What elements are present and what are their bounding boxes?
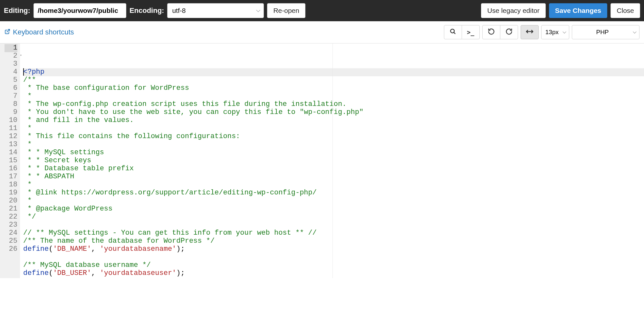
keyboard-shortcuts-label: Keyboard shortcuts bbox=[13, 28, 74, 36]
code-line[interactable]: * @package WordPress bbox=[23, 205, 644, 213]
line-number: 11 bbox=[5, 125, 17, 133]
redo-button[interactable] bbox=[500, 25, 518, 39]
keyboard-shortcuts-link[interactable]: Keyboard shortcuts bbox=[5, 28, 74, 36]
line-number: 10 bbox=[5, 117, 17, 125]
code-token: , bbox=[91, 245, 100, 253]
code-area[interactable]: <?php/** * The base configuration for Wo… bbox=[20, 43, 644, 278]
external-link-icon bbox=[5, 28, 10, 36]
print-margin bbox=[332, 43, 333, 278]
code-token: ( bbox=[49, 269, 53, 277]
reopen-button[interactable]: Re-open bbox=[267, 3, 305, 18]
code-line[interactable]: * You don't have to use the web site, yo… bbox=[23, 108, 644, 117]
code-token: * * MySQL settings bbox=[23, 148, 104, 156]
language-select[interactable]: PHP bbox=[572, 25, 639, 39]
code-line[interactable]: * This file contains the following confi… bbox=[23, 133, 644, 141]
code-line[interactable]: * * ABSPATH bbox=[23, 173, 644, 181]
line-number: 17 bbox=[5, 173, 17, 181]
line-number: 6 bbox=[5, 84, 17, 92]
code-line[interactable]: * * MySQL settings bbox=[23, 149, 644, 157]
code-line[interactable]: * The base configuration for WordPress bbox=[23, 84, 644, 92]
code-line[interactable]: * bbox=[23, 181, 644, 189]
line-number: 8 bbox=[5, 100, 17, 108]
code-token: * * Database table prefix bbox=[23, 164, 134, 173]
line-number: 22 bbox=[5, 213, 17, 221]
svg-line-0 bbox=[7, 29, 10, 32]
search-terminal-group: >_ bbox=[444, 25, 480, 39]
code-token: // ** MySQL settings - You can get this … bbox=[23, 229, 317, 237]
close-button[interactable]: Close bbox=[610, 3, 640, 18]
code-line[interactable]: * * Secret keys bbox=[23, 157, 644, 165]
code-token: 'yourdatabaseuser' bbox=[100, 269, 177, 277]
line-number: 19 bbox=[5, 189, 17, 197]
fontsize-select[interactable]: 13px bbox=[541, 25, 569, 39]
code-token: * The wp-config.php creation script uses… bbox=[23, 100, 346, 108]
code-line[interactable]: * and fill in the values. bbox=[23, 117, 644, 125]
horizontal-arrows-icon bbox=[526, 29, 533, 36]
code-line[interactable]: define('DB_NAME', 'yourdatabasename'); bbox=[23, 245, 644, 253]
code-line[interactable]: define('DB_USER', 'yourdatabaseuser'); bbox=[23, 269, 644, 277]
code-token: * @link https://wordpress.org/support/ar… bbox=[23, 189, 317, 197]
code-line[interactable]: * * Database table prefix bbox=[23, 165, 644, 173]
line-number: 16 bbox=[5, 165, 17, 173]
fontsize-value: 13px bbox=[545, 29, 559, 36]
language-value: PHP bbox=[596, 29, 609, 36]
code-token: * @package WordPress bbox=[23, 205, 112, 213]
line-number: 21 bbox=[5, 205, 17, 213]
wrap-toggle-button[interactable] bbox=[521, 25, 539, 39]
undo-redo-group bbox=[482, 25, 518, 39]
code-token: * bbox=[23, 181, 32, 189]
code-token: * bbox=[23, 197, 32, 205]
code-token: 'DB_USER' bbox=[53, 269, 91, 277]
line-number: 2▾ bbox=[5, 52, 17, 60]
search-icon bbox=[450, 28, 456, 36]
line-number: 5 bbox=[5, 76, 17, 84]
code-line[interactable]: /** The name of the database for WordPre… bbox=[23, 237, 644, 245]
code-line[interactable]: /** MySQL database username */ bbox=[23, 261, 644, 269]
line-number: 18 bbox=[5, 181, 17, 189]
svg-line-2 bbox=[454, 32, 455, 33]
line-number: 1 bbox=[5, 44, 17, 52]
code-token: 'yourdatabasename' bbox=[100, 245, 177, 253]
code-token: define bbox=[23, 269, 49, 277]
code-editor[interactable]: 12▾3456789101112131415161718192021222324… bbox=[0, 43, 644, 278]
code-token: 'DB_NAME' bbox=[53, 245, 91, 253]
code-line[interactable]: * The wp-config.php creation script uses… bbox=[23, 100, 644, 108]
code-line[interactable]: // ** MySQL settings - You can get this … bbox=[23, 229, 644, 237]
code-token: /** The name of the database for WordPre… bbox=[23, 237, 215, 245]
code-token: */ bbox=[23, 213, 36, 221]
terminal-icon: >_ bbox=[467, 29, 474, 36]
search-button[interactable] bbox=[444, 25, 462, 39]
line-number: 25 bbox=[5, 237, 17, 245]
save-changes-button[interactable]: Save Changes bbox=[549, 3, 608, 18]
line-number: 26 bbox=[5, 245, 17, 253]
undo-button[interactable] bbox=[482, 25, 500, 39]
code-token: ); bbox=[176, 269, 185, 277]
line-number: 7 bbox=[5, 92, 17, 100]
code-line[interactable]: */ bbox=[23, 213, 644, 221]
code-token: <?php bbox=[23, 68, 44, 76]
code-line[interactable]: * bbox=[23, 197, 644, 205]
undo-icon bbox=[488, 28, 495, 37]
code-line[interactable]: * bbox=[23, 141, 644, 149]
code-line[interactable]: * @link https://wordpress.org/support/ar… bbox=[23, 189, 644, 197]
code-token: /** bbox=[23, 76, 36, 84]
terminal-button[interactable]: >_ bbox=[462, 25, 480, 39]
code-line[interactable]: <?php bbox=[23, 68, 644, 76]
code-line[interactable]: /** bbox=[23, 76, 644, 84]
code-token: , bbox=[91, 269, 100, 277]
encoding-label: Encoding: bbox=[130, 6, 164, 15]
use-legacy-editor-button[interactable]: Use legacy editor bbox=[481, 3, 545, 18]
code-token: ); bbox=[176, 245, 185, 253]
code-token: * and fill in the values. bbox=[23, 116, 134, 124]
line-number: 24 bbox=[5, 229, 17, 237]
encoding-select[interactable]: utf-8 bbox=[167, 3, 264, 18]
code-line[interactable] bbox=[23, 221, 644, 229]
code-line[interactable]: * bbox=[23, 92, 644, 100]
code-token: * * ABSPATH bbox=[23, 173, 74, 181]
code-token: * bbox=[23, 92, 32, 100]
redo-icon bbox=[505, 28, 513, 37]
editing-label: Editing: bbox=[4, 6, 30, 15]
code-line[interactable]: * bbox=[23, 125, 644, 133]
code-line[interactable] bbox=[23, 253, 644, 261]
filepath-input[interactable] bbox=[34, 3, 126, 18]
